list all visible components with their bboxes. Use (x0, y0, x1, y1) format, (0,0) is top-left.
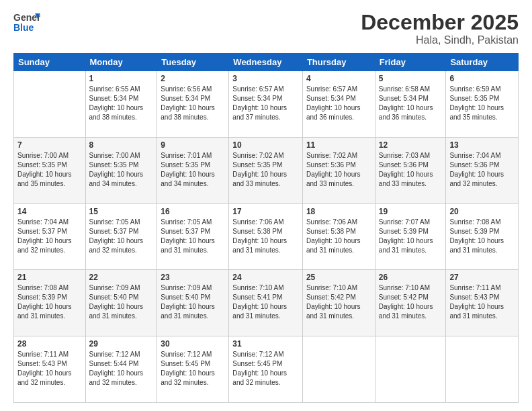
day-info: Sunrise: 7:10 AM Sunset: 5:41 PM Dayligh… (232, 283, 299, 321)
calendar-cell: 13Sunrise: 7:04 AM Sunset: 5:36 PM Dayli… (446, 137, 519, 203)
day-number: 29 (89, 339, 154, 349)
calendar-cell: 4Sunrise: 6:57 AM Sunset: 5:34 PM Daylig… (302, 71, 375, 138)
day-number: 7 (17, 140, 82, 150)
day-number: 28 (17, 339, 82, 349)
day-number: 12 (379, 140, 443, 150)
day-info: Sunrise: 7:06 AM Sunset: 5:38 PM Dayligh… (306, 218, 371, 255)
weekday-monday: Monday (85, 54, 157, 71)
day-info: Sunrise: 7:12 AM Sunset: 5:45 PM Dayligh… (232, 350, 299, 387)
calendar-cell: 18Sunrise: 7:06 AM Sunset: 5:38 PM Dayli… (302, 203, 375, 270)
weekday-tuesday: Tuesday (157, 54, 229, 71)
calendar-cell: 31Sunrise: 7:12 AM Sunset: 5:45 PM Dayli… (229, 336, 303, 403)
week-row-2: 14Sunrise: 7:04 AM Sunset: 5:37 PM Dayli… (14, 203, 519, 270)
calendar-cell: 5Sunrise: 6:58 AM Sunset: 5:34 PM Daylig… (375, 71, 446, 138)
weekday-sunday: Sunday (14, 54, 86, 71)
day-info: Sunrise: 7:07 AM Sunset: 5:39 PM Dayligh… (379, 218, 443, 255)
day-number: 15 (89, 207, 154, 216)
day-info: Sunrise: 7:12 AM Sunset: 5:45 PM Dayligh… (161, 350, 225, 387)
day-number: 19 (379, 207, 443, 216)
day-number: 13 (449, 140, 515, 150)
calendar-cell: 9Sunrise: 7:01 AM Sunset: 5:35 PM Daylig… (157, 137, 229, 203)
day-info: Sunrise: 7:11 AM Sunset: 5:43 PM Dayligh… (449, 283, 515, 321)
weekday-wednesday: Wednesday (229, 54, 303, 71)
day-number: 25 (306, 273, 371, 282)
page: General Blue December 2025 Hala, Sindh, … (0, 0, 532, 411)
calendar-cell (14, 71, 86, 138)
calendar-cell (375, 336, 446, 403)
day-number: 14 (17, 207, 82, 216)
day-number: 6 (449, 74, 515, 83)
calendar-cell: 27Sunrise: 7:11 AM Sunset: 5:43 PM Dayli… (446, 270, 519, 336)
day-info: Sunrise: 7:02 AM Sunset: 5:36 PM Dayligh… (306, 151, 371, 189)
day-number: 20 (449, 207, 515, 216)
day-info: Sunrise: 6:57 AM Sunset: 5:34 PM Dayligh… (306, 85, 371, 122)
day-info: Sunrise: 7:00 AM Sunset: 5:35 PM Dayligh… (89, 151, 154, 189)
day-info: Sunrise: 6:56 AM Sunset: 5:34 PM Dayligh… (161, 85, 225, 122)
day-info: Sunrise: 6:58 AM Sunset: 5:34 PM Dayligh… (379, 85, 443, 122)
day-number: 1 (89, 74, 154, 83)
day-info: Sunrise: 7:09 AM Sunset: 5:40 PM Dayligh… (161, 283, 225, 321)
page-title: December 2025 (361, 11, 519, 34)
day-info: Sunrise: 6:59 AM Sunset: 5:35 PM Dayligh… (449, 85, 515, 122)
day-number: 23 (161, 273, 225, 282)
day-number: 18 (306, 207, 371, 216)
calendar-cell: 17Sunrise: 7:06 AM Sunset: 5:38 PM Dayli… (229, 203, 303, 270)
day-info: Sunrise: 7:04 AM Sunset: 5:36 PM Dayligh… (449, 151, 515, 189)
calendar-cell: 22Sunrise: 7:09 AM Sunset: 5:40 PM Dayli… (85, 270, 157, 336)
calendar-cell: 16Sunrise: 7:05 AM Sunset: 5:37 PM Dayli… (157, 203, 229, 270)
weekday-saturday: Saturday (446, 54, 519, 71)
weekday-friday: Friday (375, 54, 446, 71)
day-number: 22 (89, 273, 154, 282)
calendar-cell: 2Sunrise: 6:56 AM Sunset: 5:34 PM Daylig… (157, 71, 229, 138)
day-info: Sunrise: 7:04 AM Sunset: 5:37 PM Dayligh… (17, 218, 82, 255)
calendar-cell: 12Sunrise: 7:03 AM Sunset: 5:36 PM Dayli… (375, 137, 446, 203)
calendar-cell: 19Sunrise: 7:07 AM Sunset: 5:39 PM Dayli… (375, 203, 446, 270)
calendar-cell: 10Sunrise: 7:02 AM Sunset: 5:35 PM Dayli… (229, 137, 303, 203)
day-info: Sunrise: 7:08 AM Sunset: 5:39 PM Dayligh… (17, 283, 82, 321)
calendar-cell: 29Sunrise: 7:12 AM Sunset: 5:44 PM Dayli… (85, 336, 157, 403)
day-number: 5 (379, 74, 443, 83)
week-row-4: 28Sunrise: 7:11 AM Sunset: 5:43 PM Dayli… (14, 336, 519, 403)
day-number: 8 (89, 140, 154, 150)
week-row-1: 7Sunrise: 7:00 AM Sunset: 5:35 PM Daylig… (14, 137, 519, 203)
calendar-cell: 15Sunrise: 7:05 AM Sunset: 5:37 PM Dayli… (85, 203, 157, 270)
week-row-0: 1Sunrise: 6:55 AM Sunset: 5:34 PM Daylig… (14, 71, 519, 138)
day-number: 17 (232, 207, 299, 216)
calendar-cell: 8Sunrise: 7:00 AM Sunset: 5:35 PM Daylig… (85, 137, 157, 203)
calendar-cell: 6Sunrise: 6:59 AM Sunset: 5:35 PM Daylig… (446, 71, 519, 138)
calendar-cell (302, 336, 375, 403)
day-info: Sunrise: 7:10 AM Sunset: 5:42 PM Dayligh… (306, 283, 371, 321)
day-number: 2 (161, 74, 225, 83)
day-number: 30 (161, 339, 225, 349)
weekday-thursday: Thursday (302, 54, 375, 71)
day-number: 9 (161, 140, 225, 150)
day-info: Sunrise: 6:55 AM Sunset: 5:34 PM Dayligh… (89, 85, 154, 122)
day-info: Sunrise: 7:06 AM Sunset: 5:38 PM Dayligh… (232, 218, 299, 255)
day-info: Sunrise: 7:00 AM Sunset: 5:35 PM Dayligh… (17, 151, 82, 189)
calendar-cell: 28Sunrise: 7:11 AM Sunset: 5:43 PM Dayli… (14, 336, 86, 403)
calendar-cell: 20Sunrise: 7:08 AM Sunset: 5:39 PM Dayli… (446, 203, 519, 270)
week-row-3: 21Sunrise: 7:08 AM Sunset: 5:39 PM Dayli… (14, 270, 519, 336)
logo: General Blue (13, 11, 40, 35)
day-number: 4 (306, 74, 371, 83)
calendar-cell: 1Sunrise: 6:55 AM Sunset: 5:34 PM Daylig… (85, 71, 157, 138)
title-block: December 2025 Hala, Sindh, Pakistan (361, 11, 519, 46)
day-info: Sunrise: 7:05 AM Sunset: 5:37 PM Dayligh… (89, 218, 154, 255)
day-number: 11 (306, 140, 371, 150)
day-number: 21 (17, 273, 82, 282)
calendar-cell: 3Sunrise: 6:57 AM Sunset: 5:34 PM Daylig… (229, 71, 303, 138)
svg-text:Blue: Blue (13, 22, 34, 33)
day-number: 24 (232, 273, 299, 282)
calendar-cell: 21Sunrise: 7:08 AM Sunset: 5:39 PM Dayli… (14, 270, 86, 336)
day-number: 27 (449, 273, 515, 282)
calendar-cell: 30Sunrise: 7:12 AM Sunset: 5:45 PM Dayli… (157, 336, 229, 403)
day-info: Sunrise: 7:02 AM Sunset: 5:35 PM Dayligh… (232, 151, 299, 189)
header: General Blue December 2025 Hala, Sindh, … (13, 11, 519, 46)
weekday-header-row: SundayMondayTuesdayWednesdayThursdayFrid… (14, 54, 519, 71)
calendar-table: SundayMondayTuesdayWednesdayThursdayFrid… (13, 53, 519, 403)
calendar-cell: 23Sunrise: 7:09 AM Sunset: 5:40 PM Dayli… (157, 270, 229, 336)
page-subtitle: Hala, Sindh, Pakistan (361, 34, 519, 46)
day-number: 26 (379, 273, 443, 282)
calendar-cell: 24Sunrise: 7:10 AM Sunset: 5:41 PM Dayli… (229, 270, 303, 336)
day-info: Sunrise: 7:10 AM Sunset: 5:42 PM Dayligh… (379, 283, 443, 321)
